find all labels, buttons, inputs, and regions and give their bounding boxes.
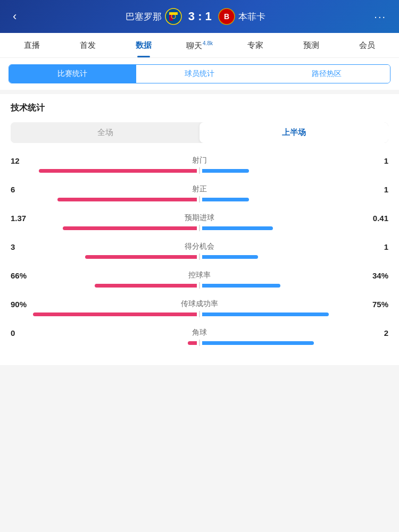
stat-row: 12 射门 1 <box>11 156 388 173</box>
chat-badge: 4.8k <box>203 40 213 46</box>
bar-divider <box>199 311 200 317</box>
stat-right-value: 0.41 <box>362 214 388 223</box>
tab-chat[interactable]: 聊天4.8k <box>172 33 228 57</box>
stat-name: 得分机会 <box>37 242 362 251</box>
stat-row: 66% 控球率 34% <box>11 271 388 288</box>
away-team-logo: B <box>218 8 235 25</box>
stat-left-value: 6 <box>11 185 37 194</box>
stat-right-value: 75% <box>362 300 388 309</box>
stats-list: 12 射门 1 6 射正 1 <box>11 156 388 345</box>
bar-right-fill <box>202 169 249 173</box>
bar-divider <box>199 254 200 260</box>
stat-right-value: 1 <box>362 185 388 194</box>
stat-right-value: 1 <box>362 242 388 251</box>
more-button[interactable]: ··· <box>370 9 390 25</box>
period-full[interactable]: 全场 <box>11 122 200 143</box>
stat-row: 1.37 预期进球 0.41 <box>11 213 388 230</box>
sub-tab-match-stats[interactable]: 比赛统计 <box>9 65 136 83</box>
stat-left-value: 3 <box>11 242 37 251</box>
bar-divider <box>199 340 200 346</box>
bar-right-fill <box>202 226 273 230</box>
bar-divider <box>199 167 200 174</box>
bar-left-fill <box>39 169 197 173</box>
stat-name: 射正 <box>37 184 362 194</box>
stats-content: 技术统计 全场 上半场 12 射门 1 <box>0 94 399 365</box>
bar-left-fill <box>33 313 197 316</box>
bar-right-fill <box>202 313 329 316</box>
back-button[interactable]: ‹ <box>9 7 21 26</box>
svg-text:B: B <box>224 12 229 21</box>
bar-divider <box>199 196 200 202</box>
bar-left-fill <box>85 255 197 259</box>
stat-left-value: 90% <box>11 300 37 309</box>
period-first-half[interactable]: 上半场 <box>200 122 388 143</box>
stat-name: 射门 <box>37 156 362 165</box>
bar-left-fill <box>188 341 197 345</box>
stat-name: 传球成功率 <box>37 299 362 309</box>
bar-left-fill <box>57 198 197 201</box>
tab-live[interactable]: 直播 <box>4 33 60 57</box>
nav-tabs: 直播 首发 数据 聊天4.8k 专家 预测 会员 <box>0 33 399 58</box>
bar-divider <box>199 225 200 231</box>
tab-predict[interactable]: 预测 <box>283 33 339 57</box>
bar-left-fill <box>63 226 197 230</box>
sub-tab-player-stats[interactable]: 球员统计 <box>136 65 263 83</box>
home-team-logo <box>165 8 182 25</box>
stat-right-value: 34% <box>362 271 388 280</box>
stat-left-value: 12 <box>11 156 37 165</box>
stat-row: 90% 传球成功率 75% <box>11 299 388 316</box>
tab-lineup[interactable]: 首发 <box>60 33 116 57</box>
match-score: 3 : 1 <box>188 10 212 23</box>
match-info: 巴塞罗那 3 : 1 B 本菲卡 <box>21 8 370 25</box>
match-header: ‹ 巴塞罗那 3 : 1 B 本菲卡 ··· <box>0 0 399 33</box>
sub-tab-heatmap[interactable]: 路径热区 <box>263 65 390 83</box>
stat-row: 3 得分机会 1 <box>11 242 388 259</box>
sub-tab-group: 比赛统计 球员统计 路径热区 <box>9 64 390 83</box>
stat-name: 控球率 <box>37 271 362 280</box>
stat-name: 预期进球 <box>37 213 362 223</box>
tab-data[interactable]: 数据 <box>116 33 172 57</box>
section-title: 技术统计 <box>11 103 388 114</box>
home-team-name: 巴塞罗那 <box>126 11 162 23</box>
stat-row: 6 射正 1 <box>11 184 388 201</box>
stat-left-value: 0 <box>11 328 37 337</box>
stat-name: 角球 <box>37 328 362 337</box>
bar-right-fill <box>202 255 258 259</box>
tab-vip[interactable]: 会员 <box>339 33 395 57</box>
bar-divider <box>199 282 200 289</box>
period-selector: 全场 上半场 <box>11 122 388 143</box>
stat-right-value: 1 <box>362 156 388 165</box>
stat-left-value: 1.37 <box>11 214 37 223</box>
bar-right-fill <box>202 341 314 345</box>
bar-right-fill <box>202 284 280 288</box>
stat-right-value: 2 <box>362 328 388 337</box>
bar-left-fill <box>95 284 197 288</box>
sub-tabs-container: 比赛统计 球员统计 路径热区 <box>0 58 399 90</box>
stat-left-value: 66% <box>11 271 37 280</box>
stat-row: 0 角球 2 <box>11 328 388 345</box>
away-team-name: 本菲卡 <box>238 11 265 23</box>
bar-right-fill <box>202 198 249 201</box>
tab-expert[interactable]: 专家 <box>227 33 283 57</box>
